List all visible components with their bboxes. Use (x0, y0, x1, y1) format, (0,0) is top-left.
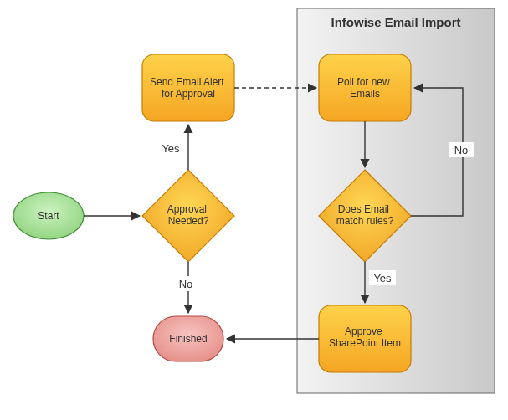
label-match-yes: Yes (373, 272, 392, 284)
label-approval-yes: Yes (162, 142, 180, 155)
approve-node: Approve SharePoint Item (319, 305, 411, 372)
label-match-no: No (454, 144, 469, 156)
start-label: Start (38, 210, 59, 222)
poll-node: Poll for new Emails (319, 54, 411, 121)
finished-node: Finished (153, 316, 223, 361)
start-node: Start (13, 192, 84, 239)
svg-text:Does Email
      match rules?: Does Email match rules? (336, 203, 394, 227)
label-approval-no: No (179, 278, 193, 290)
flowchart-diagram: Infowise Email Import Start Approval Nee… (0, 0, 508, 420)
panel-title: Infowise Email Import (331, 15, 460, 29)
svg-text:Approval
      Needed?: Approval Needed? (167, 203, 210, 227)
send-alert-node: Send Email Alert for Approval (142, 54, 234, 121)
approval-needed-node: Approval Needed? (142, 170, 234, 262)
finished-label: Finished (169, 333, 207, 345)
